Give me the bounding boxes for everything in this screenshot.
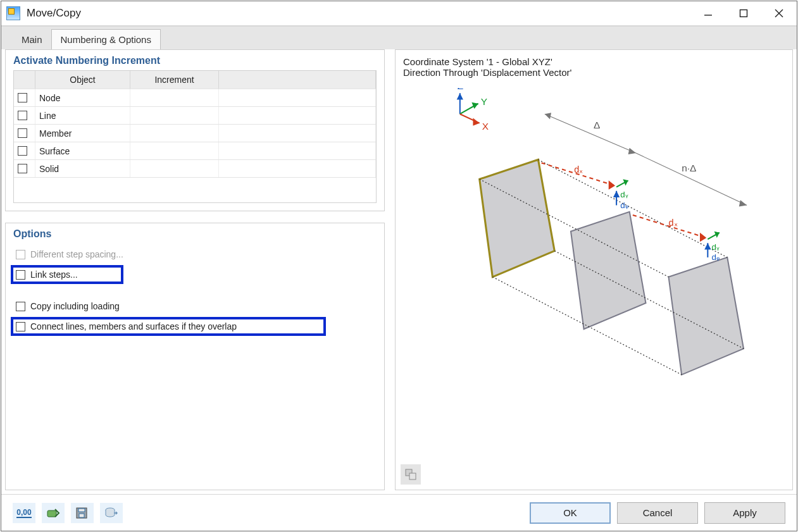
window-controls <box>690 1 797 25</box>
database-icon <box>104 507 118 519</box>
checkbox-surface[interactable] <box>18 146 27 156</box>
svg-marker-37 <box>613 191 620 197</box>
svg-text:n·Δ: n·Δ <box>682 163 696 173</box>
move-copy-dialog: Move/Copy Main Numbering & Options Activ… <box>1 1 797 531</box>
svg-marker-21 <box>571 212 645 329</box>
minimize-button[interactable] <box>690 1 726 25</box>
grid-cell-surface: Surface <box>35 142 130 159</box>
left-column: Activate Numbering Increment Object Incr… <box>5 49 385 490</box>
svg-rect-49 <box>78 509 85 512</box>
svg-text:Z: Z <box>458 88 463 91</box>
option-connect-overlap-label: Connect lines, members and surfaces if t… <box>30 321 237 331</box>
tab-numbering-options[interactable]: Numbering & Options <box>51 29 161 49</box>
window-title: Move/Copy <box>27 7 81 20</box>
save-icon <box>75 507 89 519</box>
svg-text:dₓ: dₓ <box>574 164 583 175</box>
svg-text:dᵩ: dᵩ <box>712 252 720 262</box>
numbering-panel: Activate Numbering Increment Object Incr… <box>5 49 385 211</box>
numbering-panel-title: Activate Numbering Increment <box>13 55 377 66</box>
svg-marker-43 <box>704 243 711 249</box>
maximize-button[interactable] <box>726 1 761 25</box>
titlebar: Move/Copy <box>1 1 797 27</box>
svg-text:X: X <box>482 121 489 132</box>
option-link-steps[interactable]: Link steps... <box>13 268 121 281</box>
cancel-button[interactable]: Cancel <box>617 502 698 524</box>
svg-text:dᵧ: dᵧ <box>620 190 628 199</box>
svg-marker-5 <box>457 93 463 99</box>
grid-cell-surface-inc[interactable] <box>130 142 219 159</box>
svg-marker-11 <box>473 118 479 125</box>
svg-rect-47 <box>47 510 56 517</box>
grid-cell-solid-inc[interactable] <box>130 160 219 177</box>
checkbox-link-steps[interactable] <box>16 270 25 280</box>
preview-tool-button[interactable] <box>401 464 421 485</box>
options-panel: Options Different step spacing... Link s… <box>5 223 385 490</box>
grid-blank-row <box>14 177 376 202</box>
checkbox-connect-overlap[interactable] <box>16 322 25 331</box>
grid-row-solid: Solid <box>14 159 376 177</box>
svg-text:Y: Y <box>481 96 487 107</box>
grid-cell-member: Member <box>35 125 130 142</box>
apply-button[interactable]: Apply <box>704 502 785 524</box>
svg-marker-20 <box>480 159 554 276</box>
grid-cell-solid: Solid <box>35 160 130 177</box>
checkbox-solid[interactable] <box>18 164 27 173</box>
svg-line-17 <box>636 153 747 205</box>
svg-text:dᵧ: dᵧ <box>712 242 720 252</box>
options-list: Different step spacing... Link steps... … <box>13 244 377 333</box>
grid-cell-node-inc[interactable] <box>130 89 219 106</box>
grid-header-chk <box>14 71 35 89</box>
bottombar: 0,00 OK Cancel Apply <box>1 494 797 531</box>
grid-header-spacer <box>219 71 376 89</box>
minimize-icon <box>704 9 713 18</box>
grid-cell-line: Line <box>35 107 130 124</box>
ok-button[interactable]: OK <box>530 502 611 524</box>
option-different-step: Different step spacing... <box>13 247 377 261</box>
grid-cell-member-inc[interactable] <box>130 125 219 142</box>
option-different-step-label: Different step spacing... <box>30 249 123 259</box>
tab-main[interactable]: Main <box>13 30 51 49</box>
option-link-steps-label: Link steps... <box>30 269 78 280</box>
checkbox-copy-loading[interactable] <box>16 302 25 311</box>
grid-cell-line-inc[interactable] <box>130 107 219 124</box>
checkbox-different-step <box>16 250 25 259</box>
save-button[interactable] <box>71 503 94 523</box>
svg-marker-14 <box>545 113 551 119</box>
svg-rect-1 <box>740 10 747 17</box>
numbering-grid: Object Increment Node Line <box>13 70 377 203</box>
app-icon <box>6 6 20 20</box>
svg-text:dᵩ: dᵩ <box>620 201 628 210</box>
grid-header-row: Object Increment <box>14 71 376 89</box>
grid-row-node: Node <box>14 89 376 106</box>
import-button[interactable] <box>42 503 65 523</box>
preview-line2: Direction Through 'Displacement Vector' <box>403 67 785 78</box>
svg-marker-18 <box>739 200 747 206</box>
database-button[interactable] <box>100 503 123 523</box>
close-icon <box>775 9 783 18</box>
content-area: Activate Numbering Increment Object Incr… <box>1 49 797 494</box>
grid-header-object: Object <box>35 71 130 89</box>
svg-line-13 <box>545 114 636 153</box>
option-connect-overlap[interactable]: Connect lines, members and surfaces if t… <box>13 319 323 333</box>
preview-line1: Coordinate System '1 - Global XYZ' <box>403 56 785 67</box>
svg-text:Δ: Δ <box>594 120 600 130</box>
svg-text:dₓ: dₓ <box>669 218 678 228</box>
checkbox-node[interactable] <box>18 93 27 102</box>
option-copy-loading[interactable]: Copy including loading <box>13 299 377 313</box>
close-button[interactable] <box>761 1 797 25</box>
option-copy-loading-label: Copy including loading <box>30 301 120 311</box>
preview-diagram: Z Y X Δ n·Δ <box>421 88 786 427</box>
checkbox-member[interactable] <box>18 128 27 138</box>
grid-row-member: Member <box>14 124 376 142</box>
options-panel-title: Options <box>13 228 377 240</box>
preview-panel: Coordinate System '1 - Global XYZ' Direc… <box>395 49 793 490</box>
grid-header-increment: Increment <box>130 71 219 89</box>
svg-rect-50 <box>79 514 84 517</box>
units-icon: 0,00 <box>16 508 31 518</box>
svg-marker-8 <box>471 102 478 109</box>
units-button[interactable]: 0,00 <box>13 503 35 523</box>
grid-cell-node: Node <box>35 89 130 106</box>
checkbox-line[interactable] <box>18 111 27 120</box>
preview-tool-icon <box>404 468 417 481</box>
import-icon <box>46 507 60 519</box>
